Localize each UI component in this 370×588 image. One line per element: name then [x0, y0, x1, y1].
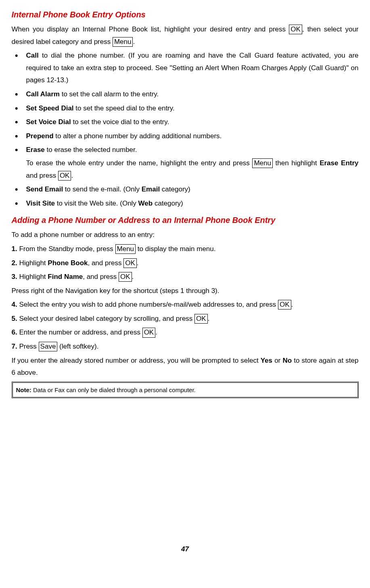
option-name: Send Email	[26, 185, 63, 193]
period: .	[137, 259, 139, 267]
list-item-send-email: Send Email to send the e-mail. (Only Ema…	[26, 183, 359, 196]
text2: category)	[160, 185, 190, 193]
step-num: 7.	[12, 343, 17, 350]
step-text-b: , and press	[83, 273, 119, 280]
sub-b: then highlight	[273, 159, 320, 167]
step-text-a: Highlight	[17, 273, 48, 280]
step-text-b: to display the main menu.	[136, 245, 215, 253]
option-text: to erase the selected number.	[45, 146, 137, 154]
step-num: 2.	[12, 259, 17, 267]
step-3: 3. Highlight Find Name, and press OK.	[12, 271, 359, 283]
step-num: 4.	[12, 301, 17, 308]
page-number: 47	[12, 543, 359, 556]
note-label: Note:	[16, 386, 31, 393]
list-item-prepend: Prepend to alter a phone number by addin…	[26, 130, 359, 143]
step-num: 1.	[12, 245, 17, 253]
step-text-a: Highlight	[17, 259, 48, 267]
options-list: Call to dial the phone number. (If you a…	[12, 50, 359, 210]
step-text-b: , and press	[88, 259, 123, 267]
list-item-call-alarm: Call Alarm to set the call alarm to the …	[26, 88, 359, 101]
step-4: 4. Select the entry you wish to add phon…	[12, 299, 359, 311]
yes-bold: Yes	[261, 357, 272, 364]
tail-a: If you enter the already stored number o…	[12, 357, 261, 364]
ok-key: OK	[289, 25, 302, 34]
erase-subtext: To erase the whole entry under the name,…	[26, 157, 359, 182]
text2: category)	[153, 199, 183, 207]
sub-c: and press	[26, 172, 58, 179]
step-7: 7. Press Save (left softkey).	[12, 341, 359, 353]
phone-book-bold: Phone Book	[48, 259, 88, 267]
period: .	[208, 315, 210, 322]
step-text-a: Select your desired label category by sc…	[17, 315, 194, 322]
sub-a: To erase the whole entry under the name,…	[26, 159, 253, 167]
list-item-visit-site: Visit Site to visit the Web site. (Only …	[26, 197, 359, 210]
note-text: Data or Fax can only be dialed through a…	[31, 386, 196, 393]
note-box: Note: Data or Fax can only be dialed thr…	[12, 382, 359, 398]
list-item-erase: Erase to erase the selected number. To e…	[26, 144, 359, 182]
section-heading-2: Adding a Phone Number or Address to an I…	[12, 213, 359, 227]
option-text: to alter a phone number by adding additi…	[54, 132, 222, 140]
period: .	[291, 301, 293, 308]
step-2: 2. Highlight Phone Book, and press OK.	[12, 257, 359, 270]
step-text-a: Press	[17, 343, 39, 350]
ok-key: OK	[142, 328, 156, 337]
step-text-a: Select the entry you wish to add phone n…	[17, 301, 278, 308]
period: .	[132, 273, 134, 280]
option-name: Set Speed Dial	[26, 104, 74, 112]
option-name: Set Voice Dial	[26, 118, 71, 126]
step-5: 5. Select your desired label category by…	[12, 313, 359, 325]
option-text: to dial the phone number. (If you are ro…	[26, 52, 359, 84]
period: .	[155, 328, 157, 336]
ok-key: OK	[119, 272, 132, 282]
option-text: to set the voice dial to the entry.	[71, 118, 169, 126]
text1: to visit the Web site. (Only	[55, 199, 138, 207]
no-bold: No	[282, 357, 292, 364]
text1: to send the e-mail. (Only	[63, 185, 142, 193]
section-heading-1: Internal Phone Book Entry Options	[12, 7, 359, 22]
option-name: Call Alarm	[26, 90, 60, 98]
list-item-set-speed-dial: Set Speed Dial to set the speed dial to …	[26, 102, 359, 115]
intro-paragraph: When you display an Internal Phone Book …	[12, 23, 359, 48]
menu-key: Menu	[113, 37, 133, 47]
ok-key: OK	[194, 314, 208, 324]
step-text-a: From the Standby mode, press	[17, 245, 115, 253]
step-num: 3.	[12, 273, 17, 280]
period: .	[71, 172, 73, 179]
tail-paragraph: If you enter the already stored number o…	[12, 355, 359, 379]
option-name: Prepend	[26, 132, 54, 140]
ok-key: OK	[278, 300, 291, 310]
ok-key: OK	[123, 258, 137, 268]
menu-key: Menu	[115, 244, 136, 254]
step-num: 5.	[12, 315, 17, 322]
email-bold: Email	[142, 185, 160, 193]
step-6: 6. Enter the number or address, and pres…	[12, 326, 359, 339]
step-text-b: (left softkey).	[57, 343, 98, 350]
intro-text-a: When you display an Internal Phone Book …	[12, 25, 289, 33]
list-item-set-voice-dial: Set Voice Dial to set the voice dial to …	[26, 116, 359, 129]
option-name: Visit Site	[26, 199, 55, 207]
add-intro: To add a phone number or address to an e…	[12, 229, 359, 241]
erase-entry-bold: Erase Entry	[320, 159, 358, 167]
step-num: 6.	[12, 328, 17, 336]
list-item-call: Call to dial the phone number. (If you a…	[26, 50, 359, 87]
option-name: Erase	[26, 146, 45, 154]
menu-key: Menu	[252, 158, 273, 168]
ok-key: OK	[58, 171, 71, 181]
option-text: to set the call alarm to the entry.	[60, 90, 159, 98]
period: .	[133, 38, 135, 46]
find-name-bold: Find Name	[48, 273, 83, 280]
option-name: Call	[26, 52, 39, 59]
tail-or: or	[272, 357, 282, 364]
shortcut-note: Press right of the Navigation key for th…	[12, 285, 359, 297]
option-text: to set the speed dial to the entry.	[74, 104, 175, 112]
web-bold: Web	[138, 199, 153, 207]
step-1: 1. From the Standby mode, press Menu to …	[12, 243, 359, 256]
save-key: Save	[39, 342, 58, 351]
step-text-a: Enter the number or address, and press	[17, 328, 142, 336]
